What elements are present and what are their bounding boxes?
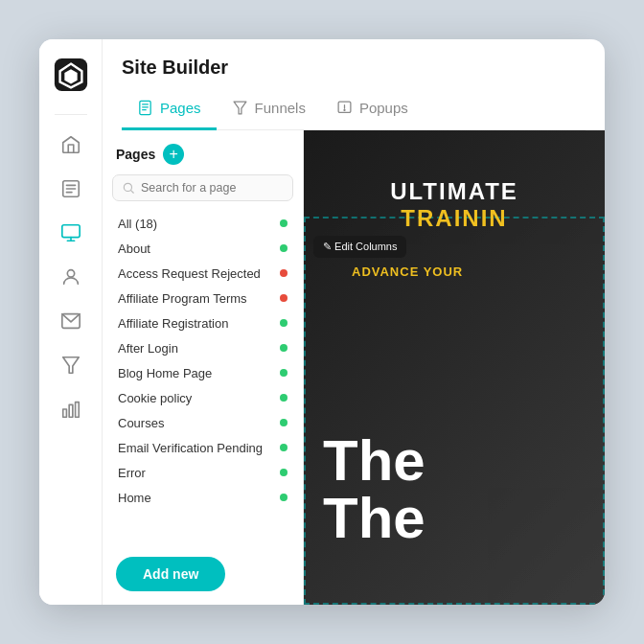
list-item[interactable]: About [110, 236, 295, 261]
page-status-dot [280, 269, 288, 277]
svg-marker-18 [234, 102, 246, 114]
preview-ultimate-text: ULTIMATE [390, 178, 518, 205]
sidebar-icon-funnels[interactable] [53, 347, 89, 383]
sidebar-icon-content[interactable] [53, 171, 89, 207]
add-new-button[interactable]: Add new [116, 557, 225, 591]
app-window: Site Builder Pages [39, 39, 605, 605]
page-item-label: Courses [118, 416, 280, 430]
page-item-label: About [118, 242, 280, 256]
list-item[interactable]: After Login [110, 335, 295, 360]
edit-columns-badge[interactable]: ✎ Edit Columns [313, 236, 406, 258]
list-item[interactable]: Error [110, 460, 295, 485]
page-status-dot [280, 419, 288, 426]
page-status-dot [280, 294, 288, 302]
tab-pages-label: Pages [160, 100, 201, 116]
tabs: Pages Funnels Popups [122, 92, 586, 130]
svg-point-21 [344, 109, 345, 110]
sidebar-icon-analytics[interactable] [53, 391, 89, 427]
svg-rect-13 [75, 402, 79, 418]
list-item[interactable]: All (18) [110, 211, 295, 236]
svg-line-23 [131, 191, 134, 194]
preview-training-text: TRAININ [390, 205, 518, 232]
tab-popups[interactable]: Popups [321, 92, 424, 130]
search-bar[interactable] [112, 174, 293, 201]
page-status-dot [280, 394, 288, 402]
svg-rect-5 [61, 225, 79, 238]
page-item-label: Blog Home Page [118, 366, 280, 380]
svg-point-8 [67, 270, 74, 277]
add-page-icon-button[interactable]: + [163, 144, 184, 165]
list-item[interactable]: Cookie policy [110, 385, 295, 410]
page-item-label: After Login [118, 341, 280, 356]
sidebar-divider [55, 114, 87, 115]
pages-panel: Pages + All (18)AboutAccess Request Reje… [103, 130, 304, 605]
edit-columns-label: ✎ Edit Columns [323, 241, 397, 253]
sidebar-icon-members[interactable] [53, 259, 89, 295]
list-item[interactable]: Affiliate Registration [110, 310, 295, 335]
page-item-label: Affiliate Registration [118, 316, 280, 331]
preview-panel: ULTIMATE TRAININ ✎ Edit Columns ADVANCE … [304, 130, 605, 605]
svg-rect-14 [140, 101, 150, 114]
tab-pages[interactable]: Pages [122, 92, 217, 130]
page-item-label: Cookie policy [118, 391, 280, 405]
page-item-label: Affiliate Program Terms [118, 291, 280, 306]
list-item[interactable]: Affiliate Program Terms [110, 286, 295, 310]
main-content: Site Builder Pages [103, 39, 605, 605]
content-area: Pages + All (18)AboutAccess Request Reje… [103, 130, 605, 605]
preview-the-block: The The [323, 432, 426, 547]
page-item-label: Error [118, 466, 280, 480]
sidebar-icon-home[interactable] [53, 126, 89, 163]
page-status-dot [280, 494, 288, 501]
preview-the-text-1: The [323, 432, 426, 490]
svg-rect-11 [62, 409, 66, 417]
pages-panel-title: Pages [116, 147, 155, 162]
page-item-label: Access Request Rejected [118, 266, 280, 281]
list-item[interactable]: Access Request Rejected [110, 261, 295, 286]
pages-list: All (18)AboutAccess Request RejectedAffi… [103, 211, 303, 545]
sidebar-icon-email[interactable] [53, 303, 89, 339]
preview-advance-text: ADVANCE YOUR [352, 264, 463, 279]
svg-rect-12 [69, 404, 73, 417]
page-item-label: All (18) [118, 217, 280, 231]
page-status-dot [280, 219, 288, 227]
sidebar [39, 39, 103, 605]
page-title: Site Builder [122, 57, 586, 79]
page-status-dot [280, 319, 288, 327]
app-logo[interactable] [53, 57, 89, 93]
tab-funnels[interactable]: Funnels [217, 92, 321, 130]
header: Site Builder Pages [103, 39, 605, 130]
list-item[interactable]: Blog Home Page [110, 360, 295, 385]
list-item[interactable]: Home [110, 485, 295, 510]
tab-funnels-label: Funnels [255, 100, 306, 116]
page-status-dot [280, 344, 288, 352]
page-status-dot [280, 469, 288, 476]
pages-footer: Add new [103, 545, 303, 591]
search-input[interactable] [141, 181, 284, 195]
page-status-dot [280, 244, 288, 252]
sidebar-icon-site-builder[interactable] [53, 215, 89, 251]
page-item-label: Email Verification Pending [118, 441, 280, 455]
page-status-dot [280, 369, 288, 377]
preview-the-text-2: The [323, 490, 426, 547]
tab-popups-label: Popups [359, 100, 408, 116]
page-status-dot [280, 444, 288, 451]
list-item[interactable]: Courses [110, 410, 295, 435]
list-item[interactable]: Email Verification Pending [110, 435, 295, 460]
svg-marker-10 [62, 357, 79, 374]
search-icon [122, 181, 135, 195]
pages-panel-header: Pages + [103, 144, 303, 174]
page-item-label: Home [118, 491, 280, 505]
